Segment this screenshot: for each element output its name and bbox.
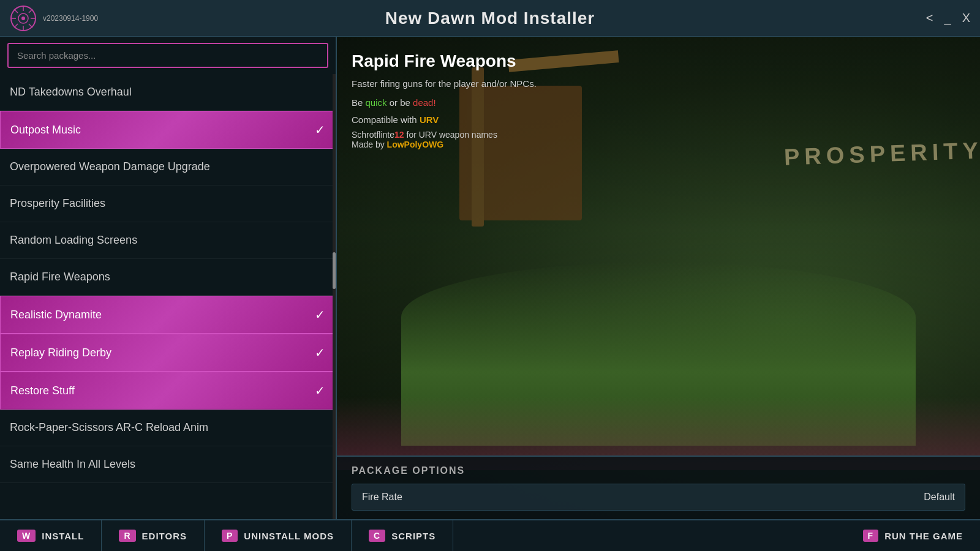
install-label: INSTALL — [42, 531, 84, 541]
uninstall-label: UNINSTALL MODS — [244, 531, 334, 541]
right-panel: PROSPERITY Rapid Fire Weapons Faster fir… — [337, 37, 980, 519]
mod-description-line2: Be quick or be dead! — [352, 96, 965, 110]
left-panel: ND Takedowns Overhaul Outpost Music ✓ Ov… — [0, 37, 337, 519]
uninstall-key: P — [222, 530, 238, 542]
compat-value: URV — [420, 114, 439, 125]
option-row[interactable]: Fire Rate Default — [352, 484, 965, 511]
main-content: ND Takedowns Overhaul Outpost Music ✓ Ov… — [0, 37, 980, 519]
package-label: Outpost Music — [10, 124, 81, 137]
mod-description-line1: Faster firing guns for the player and/or… — [352, 77, 965, 91]
package-label: Overpowered Weapon Damage Upgrade — [10, 160, 210, 173]
package-options: PACKAGE OPTIONS Fire Rate Default — [337, 455, 980, 519]
list-item[interactable]: Random Loading Screens — [0, 222, 336, 259]
window-minimize-button[interactable]: _ — [944, 11, 951, 25]
credit-number: 12 — [394, 130, 404, 140]
desc-mid: or be — [387, 97, 413, 108]
uninstall-button[interactable]: P UNINSTALL MODS — [205, 520, 352, 551]
package-list: ND Takedowns Overhaul Outpost Music ✓ Ov… — [0, 74, 336, 519]
option-value: Default — [924, 492, 955, 503]
window-close-button[interactable]: X — [962, 11, 970, 25]
list-item[interactable]: Outpost Music ✓ — [0, 111, 336, 149]
made-by-prefix: Made by — [352, 140, 387, 149]
run-label: RUN THE GAME — [884, 531, 963, 541]
desc-green: quick — [366, 97, 387, 108]
editors-key: R — [119, 530, 135, 542]
author-name: LowPolyOWG — [387, 140, 444, 149]
mod-compatibility: Compatible with URV — [352, 114, 965, 125]
mod-title: Rapid Fire Weapons — [352, 51, 965, 71]
package-label: Prosperity Facilities — [10, 197, 105, 210]
desc-red: dead! — [413, 97, 436, 108]
mod-info: Rapid Fire Weapons Faster firing guns fo… — [337, 37, 980, 159]
credit-prefix: Schrotflinte — [352, 130, 394, 140]
scripts-button[interactable]: C SCRIPTS — [352, 520, 453, 551]
list-item[interactable]: Rock-Paper-Scissors AR-C Reload Anim — [0, 410, 336, 446]
app-version: v20230914-1900 — [43, 14, 98, 23]
list-item[interactable]: Overpowered Weapon Damage Upgrade — [0, 149, 336, 186]
window-back-button[interactable]: < — [926, 11, 933, 25]
bottombar: W INSTALL R EDITORS P UNINSTALL MODS C S… — [0, 519, 980, 551]
package-label: Rapid Fire Weapons — [10, 271, 110, 283]
titlebar: v20230914-1900 New Dawn Mod Installer < … — [0, 0, 980, 37]
list-item[interactable]: Realistic Dynamite ✓ — [0, 296, 336, 334]
package-label: Same Health In All Levels — [10, 458, 135, 471]
package-label: Rock-Paper-Scissors AR-C Reload Anim — [10, 421, 208, 434]
package-label: Realistic Dynamite — [10, 309, 102, 321]
app-title: New Dawn Mod Installer — [385, 9, 595, 28]
list-item[interactable]: Restore Stuff ✓ — [0, 372, 336, 410]
mod-credit-line2: Made by LowPolyOWG — [352, 140, 965, 149]
run-key: F — [863, 530, 879, 542]
compat-prefix: Compatible with — [352, 114, 420, 125]
editors-button[interactable]: R EDITORS — [102, 520, 205, 551]
check-icon: ✓ — [315, 122, 325, 137]
window-controls: < _ X — [926, 11, 970, 25]
editors-label: EDITORS — [142, 531, 187, 541]
scrollbar-track[interactable] — [333, 74, 336, 519]
search-input[interactable] — [7, 43, 328, 68]
scripts-key: C — [369, 530, 385, 542]
scrollbar-thumb[interactable] — [333, 252, 336, 289]
list-item[interactable]: Prosperity Facilities — [0, 186, 336, 222]
mod-credit-line1: Schrotflinte12 for URV weapon names — [352, 130, 965, 140]
check-icon: ✓ — [315, 383, 325, 398]
install-key: W — [17, 530, 36, 542]
check-icon: ✓ — [315, 345, 325, 360]
run-game-button[interactable]: F RUN THE GAME — [846, 520, 980, 551]
check-icon: ✓ — [315, 307, 325, 322]
credit-suffix: for URV weapon names — [404, 130, 497, 140]
package-label: ND Takedowns Overhaul — [10, 86, 132, 99]
install-button[interactable]: W INSTALL — [0, 520, 102, 551]
option-label: Fire Rate — [362, 492, 402, 503]
svg-point-2 — [21, 17, 25, 20]
list-item[interactable]: Same Health In All Levels — [0, 446, 336, 483]
desc-prefix: Be — [352, 97, 366, 108]
list-item[interactable]: Rapid Fire Weapons — [0, 259, 336, 296]
package-label: Restore Stuff — [10, 384, 75, 397]
package-label: Random Loading Screens — [10, 234, 137, 247]
list-item[interactable]: ND Takedowns Overhaul — [0, 74, 336, 111]
app-logo-icon — [10, 5, 37, 32]
package-options-title: PACKAGE OPTIONS — [352, 465, 965, 476]
scripts-label: SCRIPTS — [391, 531, 435, 541]
package-label: Replay Riding Derby — [10, 347, 111, 359]
list-item[interactable]: Replay Riding Derby ✓ — [0, 334, 336, 372]
